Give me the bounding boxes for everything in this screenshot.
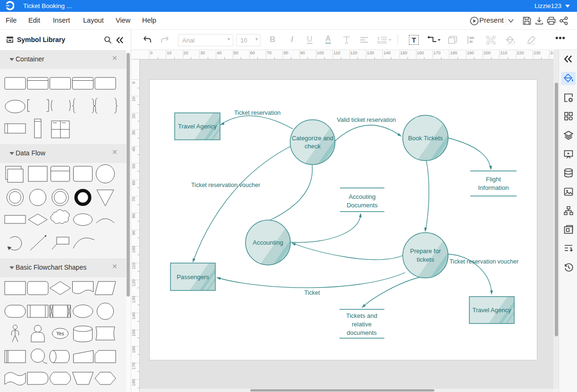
svg-text:Ticket: Ticket	[305, 290, 320, 296]
svg-text:relative: relative	[352, 321, 372, 328]
svg-text:Travel Agency: Travel Agency	[473, 307, 511, 314]
svg-text:Yes: Yes	[56, 331, 64, 336]
svg-text:Passengers: Passengers	[177, 273, 209, 281]
svg-text:Information: Information	[478, 184, 509, 191]
svg-text:Categorize and: Categorize and	[292, 135, 333, 142]
svg-text:Travel Agency: Travel Agency	[178, 123, 217, 130]
svg-text:Book Tickets: Book Tickets	[408, 135, 443, 142]
svg-text:Ticket reservation voucher: Ticket reservation voucher	[191, 182, 260, 188]
svg-text:check: check	[305, 143, 321, 150]
svg-text:Tickets and: Tickets and	[346, 312, 377, 319]
svg-text:Documents: Documents	[347, 202, 378, 209]
svg-text:tickets: tickets	[417, 256, 434, 263]
svg-text:Accouting: Accouting	[348, 193, 375, 200]
svg-text:documents: documents	[347, 329, 377, 336]
svg-text:T: T	[377, 36, 380, 41]
svg-text:Accounting: Accounting	[253, 239, 283, 246]
svg-text:Valid ticket reservation: Valid ticket reservation	[337, 117, 396, 123]
svg-text:Ticket reservation: Ticket reservation	[234, 110, 280, 116]
svg-text:Flight: Flight	[486, 176, 501, 183]
svg-text:Prepare for: Prepare for	[410, 247, 441, 255]
svg-text:Ticket reservation voucher: Ticket reservation voucher	[450, 258, 518, 265]
